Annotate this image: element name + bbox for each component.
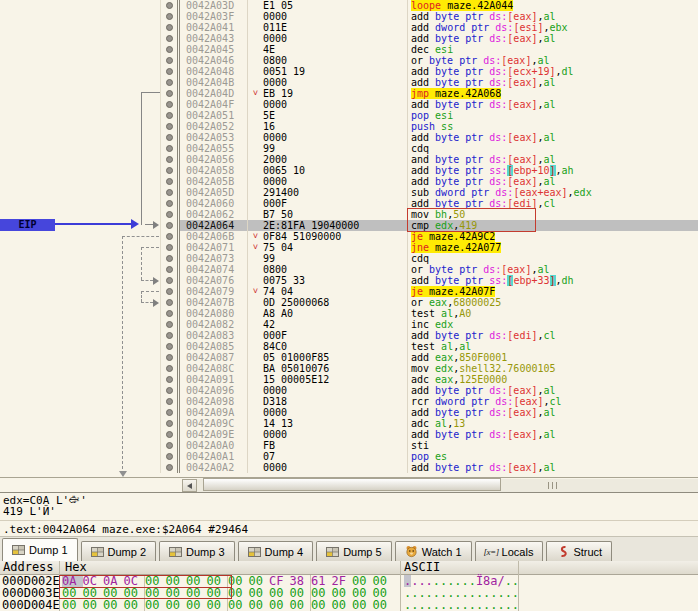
instruction-text[interactable]: push ss [408, 121, 698, 132]
instruction-address[interactable]: 0042A052 [180, 121, 248, 132]
instruction-bytes[interactable]: 42 [248, 319, 408, 330]
instruction-bytes[interactable]: 0065 10 [248, 165, 408, 176]
hex-byte[interactable]: 00 [228, 599, 249, 611]
instruction-bytes[interactable]: 0000 [248, 429, 408, 440]
instruction-text[interactable]: je maze.42A07F [408, 286, 698, 297]
instruction-bytes[interactable]: 07 [248, 451, 408, 462]
horizontal-scrollbar[interactable] [0, 477, 698, 492]
breakpoint-gutter[interactable] [160, 55, 180, 66]
instruction-address[interactable]: 0042A058 [180, 165, 248, 176]
disasm-row[interactable]: 0042A0530000add byte ptr ds:[eax],al [160, 132, 698, 143]
hex-byte[interactable]: 00 [186, 599, 207, 611]
instruction-bytes[interactable]: 14 13 [248, 418, 408, 429]
hex-byte[interactable]: 00 [83, 599, 104, 611]
instruction-address[interactable]: 0042A079 [180, 286, 248, 297]
ascii-char[interactable]: . [440, 599, 447, 611]
breakpoint-dot[interactable] [166, 222, 173, 229]
instruction-address[interactable]: 0042A0A0 [180, 440, 248, 451]
instruction-text[interactable]: add byte ptr ds:[eax],al [408, 385, 698, 396]
disasm-row[interactable]: 0042A080A8 A0test al,A0 [160, 308, 698, 319]
breakpoint-dot[interactable] [166, 101, 173, 108]
breakpoint-gutter[interactable] [160, 33, 180, 44]
breakpoint-dot[interactable] [166, 464, 173, 471]
instruction-bytes[interactable]: 011E [248, 22, 408, 33]
instruction-text[interactable]: add eax,850F0001 [408, 352, 698, 363]
instruction-bytes[interactable]: 0000 [248, 33, 408, 44]
hex-byte[interactable]: 00 [62, 599, 83, 611]
breakpoint-dot[interactable] [166, 277, 173, 284]
breakpoint-gutter[interactable] [160, 275, 180, 286]
ascii-char[interactable]: . [418, 599, 425, 611]
breakpoint-gutter[interactable] [160, 187, 180, 198]
breakpoint-dot[interactable] [166, 409, 173, 416]
instruction-text[interactable]: test al,A0 [408, 308, 698, 319]
breakpoint-dot[interactable] [166, 211, 173, 218]
breakpoint-dot[interactable] [166, 2, 173, 9]
instruction-bytes[interactable]: A8 A0 [248, 308, 408, 319]
hex-byte[interactable]: 00 [352, 599, 373, 611]
instruction-address[interactable]: 0042A055 [180, 143, 248, 154]
hex-byte[interactable]: 00 [290, 599, 311, 611]
breakpoint-gutter[interactable] [160, 121, 180, 132]
disasm-row[interactable]: 0042A04B0000add byte ptr ds:[eax],al [160, 77, 698, 88]
disasm-row[interactable]: 0042A062B7 50mov bh,50 [160, 209, 698, 220]
breakpoint-dot[interactable] [166, 266, 173, 273]
hex-byte[interactable]: 00 [124, 599, 145, 611]
instruction-address[interactable]: 0042A082 [180, 319, 248, 330]
instruction-text[interactable]: cmp edx,419 [408, 220, 698, 231]
breakpoint-dot[interactable] [166, 299, 173, 306]
disasm-row[interactable]: 0042A0562000and byte ptr ds:[eax],al [160, 154, 698, 165]
instruction-address[interactable]: 0042A0A2 [180, 462, 248, 473]
disasm-row[interactable]: 0042A079˅74 04je maze.42A07F [160, 286, 698, 297]
instruction-bytes[interactable]: 291400 [248, 187, 408, 198]
tab-dump-3[interactable]: Dump 3 [159, 541, 235, 561]
instruction-bytes[interactable]: E1 05 [248, 0, 408, 11]
instruction-bytes[interactable]: 0051 19 [248, 66, 408, 77]
instruction-address[interactable]: 0042A060 [180, 198, 248, 209]
tab-watch-1[interactable]: Watch 1 [395, 541, 472, 561]
instruction-bytes[interactable]: 000F [248, 198, 408, 209]
disasm-row[interactable]: 0042A08CBA 05010076mov edx,shell32.76000… [160, 363, 698, 374]
breakpoint-gutter[interactable] [160, 242, 180, 253]
instruction-address[interactable]: 0042A04B [180, 77, 248, 88]
instruction-text[interactable]: sti [408, 440, 698, 451]
instruction-bytes[interactable]: ˅0F84 51090000 [248, 231, 408, 242]
tab-dump-1[interactable]: Dump 1 [2, 538, 78, 561]
breakpoint-gutter[interactable] [160, 220, 180, 231]
instruction-text[interactable]: or byte ptr ds:[eax],al [408, 264, 698, 275]
instruction-text[interactable]: add byte ptr ds:[ecx+19],dl [408, 66, 698, 77]
instruction-address[interactable]: 0042A073 [180, 253, 248, 264]
instruction-text[interactable]: add byte ptr ds:[eax],al [408, 429, 698, 440]
tab-dump-5[interactable]: Dump 5 [316, 541, 392, 561]
breakpoint-dot[interactable] [166, 420, 173, 427]
breakpoint-dot[interactable] [166, 24, 173, 31]
breakpoint-dot[interactable] [166, 46, 173, 53]
instruction-text[interactable]: dec esi [408, 44, 698, 55]
instruction-address[interactable]: 0042A041 [180, 22, 248, 33]
instruction-address[interactable]: 0042A05D [180, 187, 248, 198]
disasm-row[interactable]: 0042A07B0D 25000068or eax,68000025 [160, 297, 698, 308]
instruction-text[interactable]: add byte ptr ds:[eax],al [408, 99, 698, 110]
instruction-address[interactable]: 0042A076 [180, 275, 248, 286]
instruction-bytes[interactable]: 000F [248, 330, 408, 341]
instruction-text[interactable]: cdq [408, 143, 698, 154]
scroll-left-button[interactable] [182, 479, 197, 492]
disasm-row[interactable]: 0042A05599cdq [160, 143, 698, 154]
instruction-bytes[interactable]: B7 50 [248, 209, 408, 220]
disasm-row[interactable]: 0042A071˅75 04jne maze.42A077 [160, 242, 698, 253]
instruction-address[interactable]: 0042A05B [180, 176, 248, 187]
instruction-address[interactable]: 0042A03D [180, 0, 248, 11]
instruction-address[interactable]: 0042A09E [180, 429, 248, 440]
hex-byte[interactable]: 00 [207, 599, 228, 611]
breakpoint-gutter[interactable] [160, 88, 180, 99]
hex-byte[interactable]: 00 [373, 599, 394, 611]
instruction-text[interactable]: inc edx [408, 319, 698, 330]
breakpoint-gutter[interactable] [160, 440, 180, 451]
instruction-address[interactable]: 0042A064 [180, 220, 248, 231]
instruction-address[interactable]: 0042A06B [180, 231, 248, 242]
ascii-char[interactable]: . [497, 599, 504, 611]
tab-dump-2[interactable]: Dump 2 [81, 541, 157, 561]
instruction-address[interactable]: 0042A0A1 [180, 451, 248, 462]
instruction-text[interactable]: mov edx,shell32.76000105 [408, 363, 698, 374]
instruction-address[interactable]: 0042A083 [180, 330, 248, 341]
